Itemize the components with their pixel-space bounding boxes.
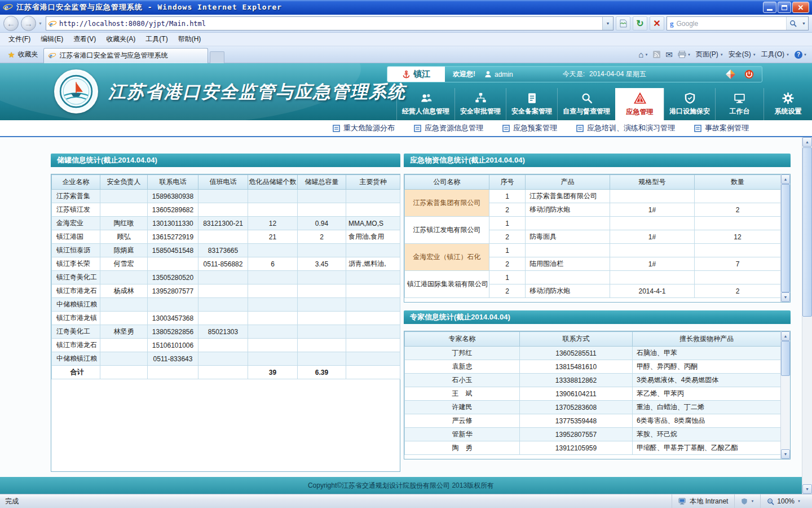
feeds-button[interactable]	[653, 51, 660, 58]
cell	[346, 284, 400, 298]
submenu-training-drills[interactable]: 应急培训、演练和演习管理	[576, 123, 675, 133]
scroll-up-icon[interactable]: ▲	[781, 331, 790, 341]
materials-scrollbar[interactable]: ▲ ▼	[780, 174, 790, 302]
read-mail-button[interactable]: ✉	[665, 50, 673, 60]
maximize-button[interactable]	[778, 2, 791, 13]
scrollbar-thumb[interactable]	[802, 147, 812, 317]
cell: 1	[489, 244, 526, 257]
scroll-down-icon[interactable]: ▼	[802, 484, 812, 494]
cell	[298, 284, 346, 298]
cell: 苯胺、环己烷	[633, 428, 781, 441]
nav-safety-record[interactable]: 安全备案管理	[506, 88, 557, 120]
cell	[198, 230, 248, 244]
forward-button[interactable]: →	[21, 16, 36, 31]
safety-menu-button[interactable]: 安全(S)▼	[729, 50, 756, 59]
intranet-icon	[678, 498, 687, 505]
search-dropdown-button[interactable]: ▼	[800, 17, 808, 30]
nav-operator-info[interactable]: 经营人信息管理	[396, 88, 454, 120]
help-button[interactable]: ?▼	[795, 51, 807, 59]
table-row: 江苏镇江发电有限公司1	[405, 217, 781, 230]
stop-button[interactable]: ✕	[650, 16, 664, 30]
zone-label: 本地 Intranet	[690, 497, 728, 506]
nav-port-facility-security[interactable]: 港口设施保安	[664, 88, 715, 120]
menu-file[interactable]: 文件(F)	[3, 33, 36, 46]
scroll-down-icon[interactable]: ▼	[781, 449, 790, 459]
cell	[610, 217, 695, 230]
cell	[148, 298, 198, 312]
address-dropdown-button[interactable]: ▼	[602, 17, 613, 30]
close-button[interactable]: ✕	[792, 2, 809, 13]
app-logo	[54, 69, 98, 113]
table-row: 管新华13952807557苯胺、环己烷	[405, 428, 781, 441]
menu-favorites[interactable]: 收藏夹(A)	[101, 33, 140, 46]
search-input[interactable]: Google	[677, 20, 787, 28]
cell: 2	[298, 230, 346, 244]
city-box: 镇江	[387, 67, 445, 82]
cell: 石小玉	[405, 374, 520, 387]
submenu-accident-cases[interactable]: 事故案例管理	[694, 123, 749, 133]
cell	[695, 190, 781, 203]
minimize-button[interactable]	[763, 2, 776, 13]
scrollbar-thumb[interactable]	[781, 184, 790, 292]
address-bar[interactable]: e http://localhost:8080/yjpt/Main.html ▼	[46, 16, 614, 30]
menu-edit[interactable]: 编辑(E)	[36, 33, 68, 46]
browser-tab[interactable]: e 江苏省港口安全监管与应急管理系统	[43, 48, 208, 63]
cell: 13775359448	[520, 414, 633, 428]
menu-view[interactable]: 查看(V)	[68, 33, 101, 46]
favorites-button[interactable]: ★ 收藏夹	[3, 47, 43, 62]
username: admin	[495, 71, 513, 78]
cell: 移动消防水炮	[526, 284, 610, 298]
svg-text:e: e	[5, 2, 8, 12]
cell: 何雪宏	[100, 257, 148, 271]
menu-help[interactable]: 帮助(H)	[173, 33, 206, 46]
zoom-dropdown-icon[interactable]: ▼	[797, 500, 801, 503]
cell	[100, 312, 148, 325]
google-icon: g	[670, 19, 674, 28]
nav-workbench[interactable]: 工作台	[715, 88, 764, 120]
cell: 中储粮镇江粮	[52, 352, 100, 366]
cell: 移动消防水炮	[526, 203, 610, 217]
scrollbar-thumb[interactable]	[781, 341, 790, 376]
submenu-hazard-distribution[interactable]: 重大危险源分布	[333, 123, 395, 133]
cell	[346, 312, 400, 325]
menu-tools[interactable]: 工具(T)	[140, 33, 173, 46]
search-button[interactable]	[786, 17, 800, 30]
cell	[298, 298, 346, 312]
cell: 0511-833643	[148, 352, 198, 366]
back-button[interactable]: ←	[3, 16, 19, 31]
nav-system-settings[interactable]: 系统设置	[764, 88, 812, 120]
cell: 0.94	[298, 217, 346, 230]
cell: 镇江李长荣	[52, 257, 100, 271]
refresh-button[interactable]: ↻	[633, 16, 647, 30]
history-dropdown-icon[interactable]: ▼	[38, 21, 42, 25]
nav-self-inspection[interactable]: 自查与督查管理	[557, 88, 615, 120]
cell	[298, 312, 346, 325]
scroll-up-icon[interactable]: ▲	[781, 174, 790, 184]
scroll-down-icon[interactable]: ▼	[781, 292, 790, 302]
scroll-up-icon[interactable]: ▲	[802, 137, 812, 147]
experts-scrollbar[interactable]: ▲ ▼	[780, 331, 790, 459]
cell: 江苏镇江发	[52, 203, 100, 217]
table-row: 江苏索普集团有限公司1江苏索普集团有限公司	[405, 190, 781, 203]
submenu-emergency-plans[interactable]: 应急预案管理	[502, 123, 557, 133]
print-button[interactable]: ▼	[678, 51, 691, 58]
tools-menu-button[interactable]: 工具(O)▼	[761, 50, 789, 59]
nav-emergency-management[interactable]: 应急管理	[615, 88, 664, 120]
page-scrollbar[interactable]: ▲ ▼	[802, 137, 812, 494]
copyright-text: Copyright©江苏省交通规划设计院股份有限公司 2013版权所有	[308, 481, 494, 491]
home-button[interactable]: ⌂▼	[638, 50, 648, 59]
cell: 江苏索普集	[52, 190, 100, 203]
page-menu-button[interactable]: 页面(P)▼	[696, 50, 723, 59]
search-box[interactable]: g Google ▼	[667, 16, 809, 30]
cell: 甲缩醛、甲基异丁基酮、乙酸乙酯	[633, 441, 781, 455]
nav-safety-approval[interactable]: 安全审批管理	[454, 88, 506, 120]
home-shortcut-icon[interactable]	[726, 69, 735, 79]
submenu-emergency-resources[interactable]: 应急资源信息管理	[414, 123, 483, 133]
cell	[148, 257, 198, 271]
new-tab-button[interactable]	[210, 51, 224, 63]
cell	[198, 284, 248, 298]
cell: 管新华	[405, 428, 520, 441]
logout-icon[interactable]	[744, 69, 754, 79]
zoom-control[interactable]: 100% ▼	[760, 494, 807, 508]
compatibility-view-button[interactable]	[616, 16, 630, 30]
